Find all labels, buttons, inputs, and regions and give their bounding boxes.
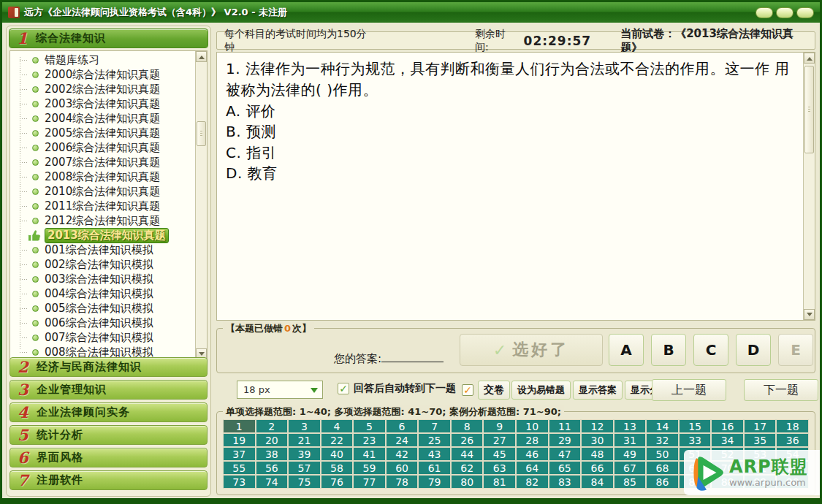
grid-cell[interactable]: 39 [289, 448, 320, 460]
grid-cell[interactable]: 59 [354, 462, 385, 474]
tree-item[interactable]: 004综合法律知识模拟 [15, 286, 192, 301]
grid-cell[interactable]: 86 [647, 476, 678, 488]
grid-cell[interactable]: 64 [517, 462, 548, 474]
tree-item[interactable]: 2013综合法律知识真题 [15, 228, 192, 243]
grid-cell[interactable]: 63 [484, 462, 515, 474]
choice-button-c[interactable]: C [693, 334, 728, 366]
grid-cell[interactable]: 47 [549, 448, 581, 460]
grid-cell[interactable]: 57 [289, 462, 320, 474]
grid-cell[interactable]: 79 [419, 476, 450, 488]
grid-cell[interactable]: 22 [321, 434, 353, 446]
tree-item[interactable]: 007综合法律知识模拟 [15, 330, 192, 345]
grid-cell[interactable]: 49 [614, 448, 646, 460]
grid-cell[interactable]: 68 [647, 462, 678, 474]
tree-item[interactable]: 2003综合法律知识真题 [15, 96, 192, 111]
grid-cell[interactable]: 46 [517, 448, 548, 460]
grid-cell[interactable]: 29 [549, 434, 581, 446]
grid-cell[interactable]: 25 [419, 434, 450, 446]
grid-cell[interactable]: 9 [484, 420, 515, 432]
grid-cell[interactable]: 77 [354, 476, 385, 488]
grid-cell[interactable]: 17 [745, 420, 776, 432]
next-question-button[interactable]: 下一题 [744, 379, 818, 401]
grid-cell[interactable]: 67 [614, 462, 646, 474]
grid-cell[interactable]: 33 [680, 434, 711, 446]
grid-cell[interactable]: 62 [452, 462, 483, 474]
grid-cell[interactable]: 58 [321, 462, 353, 474]
grid-cell[interactable]: 18 [777, 420, 808, 432]
grid-cell[interactable]: 50 [647, 448, 678, 460]
grid-cell[interactable]: 34 [712, 434, 743, 446]
tree-item[interactable]: 2007综合法律知识真题 [15, 155, 192, 169]
grid-cell[interactable]: 83 [549, 476, 581, 488]
tree-item[interactable]: 2004综合法律知识真题 [15, 111, 192, 126]
show-answer-button[interactable]: 显示答案 [573, 381, 623, 400]
grid-cell[interactable]: 6 [387, 420, 418, 432]
grid-cell[interactable]: 13 [614, 420, 646, 432]
tree-item[interactable]: 2011综合法律知识真题 [15, 199, 192, 213]
maximize-button[interactable] [776, 7, 794, 18]
tree-item[interactable]: 2010综合法律知识真题 [15, 184, 192, 199]
grid-cell[interactable]: 84 [582, 476, 613, 488]
tree-item[interactable]: 2008综合法律知识真题 [15, 169, 192, 184]
mark-wrong-button[interactable]: 设为易错题 [511, 381, 571, 400]
choice-button-b[interactable]: B [651, 334, 686, 366]
grid-cell[interactable]: 38 [256, 448, 288, 460]
tree-item[interactable]: 005综合法律知识模拟 [15, 301, 192, 316]
grid-cell[interactable]: 75 [289, 476, 320, 488]
sidebar-section-5[interactable]: 5统计分析 [9, 425, 208, 445]
grid-cell[interactable]: 85 [614, 476, 646, 488]
grid-cell[interactable]: 45 [484, 448, 515, 460]
grid-cell[interactable]: 37 [224, 448, 255, 460]
tree-item[interactable]: 001综合法律知识模拟 [15, 243, 192, 257]
tree-item[interactable]: 002综合法律知识模拟 [15, 257, 192, 272]
grid-cell[interactable]: 26 [452, 434, 483, 446]
grid-cell[interactable]: 82 [517, 476, 548, 488]
font-size-select[interactable]: 18 px [237, 381, 323, 399]
grid-cell[interactable]: 20 [256, 434, 288, 446]
grid-cell[interactable]: 16 [712, 420, 743, 432]
grid-cell[interactable]: 1 [224, 420, 255, 432]
question-scrollbar[interactable] [803, 53, 815, 320]
grid-cell[interactable]: 28 [517, 434, 548, 446]
grid-cell[interactable]: 76 [321, 476, 353, 488]
grid-cell[interactable]: 35 [745, 434, 776, 446]
grid-cell[interactable]: 8 [452, 420, 483, 432]
grid-cell[interactable]: 73 [224, 476, 255, 488]
grid-cell[interactable]: 24 [387, 434, 418, 446]
scroll-up-icon[interactable] [804, 53, 815, 64]
tree-item[interactable]: 错题库练习 [15, 53, 192, 67]
tree-item[interactable]: 2005综合法律知识真题 [15, 126, 192, 140]
sidebar-section-3[interactable]: 3企业管理知识 [9, 380, 208, 400]
grid-cell[interactable]: 56 [256, 462, 288, 474]
grid-cell[interactable]: 36 [777, 434, 808, 446]
close-button[interactable] [796, 7, 814, 18]
grid-cell[interactable]: 74 [256, 476, 288, 488]
submit-button[interactable]: 交卷 [478, 381, 510, 400]
grid-cell[interactable]: 66 [582, 462, 613, 474]
grid-cell[interactable]: 5 [354, 420, 385, 432]
grid-cell[interactable]: 3 [289, 420, 320, 432]
tree-item[interactable]: 2012综合法律知识真题 [15, 213, 192, 228]
grid-cell[interactable]: 11 [549, 420, 581, 432]
grid-cell[interactable]: 30 [582, 434, 613, 446]
grid-cell[interactable]: 48 [582, 448, 613, 460]
grid-cell[interactable]: 14 [647, 420, 678, 432]
grid-cell[interactable]: 15 [680, 420, 711, 432]
grid-cell[interactable]: 21 [289, 434, 320, 446]
tree-item[interactable]: 2002综合法律知识真题 [15, 82, 192, 96]
grid-cell[interactable]: 12 [582, 420, 613, 432]
grid-cell[interactable]: 60 [387, 462, 418, 474]
grid-cell[interactable]: 55 [224, 462, 255, 474]
grid-cell[interactable]: 7 [419, 420, 450, 432]
sidebar-section-1[interactable]: 1 综合法律知识 [9, 28, 208, 48]
previous-question-button[interactable]: 上一题 [652, 379, 726, 401]
confirm-choice-button[interactable]: ✓ 选好了 [460, 334, 603, 366]
sidebar-section-4[interactable]: 4企业法律顾问实务 [9, 402, 208, 422]
sidebar-section-7[interactable]: 7注册软件 [9, 470, 208, 490]
grid-cell[interactable]: 78 [387, 476, 418, 488]
grid-cell[interactable]: 19 [224, 434, 255, 446]
grid-cell[interactable]: 41 [354, 448, 385, 460]
submit-checkbox[interactable]: ✓ [462, 384, 473, 396]
grid-cell[interactable]: 42 [387, 448, 418, 460]
scroll-thumb[interactable] [197, 121, 206, 146]
